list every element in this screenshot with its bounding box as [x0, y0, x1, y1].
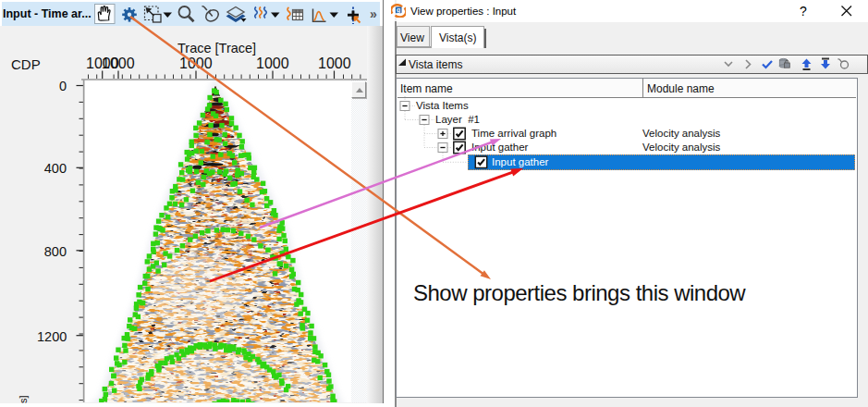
svg-text:g: g [397, 6, 400, 14]
svg-text:»: » [370, 6, 377, 21]
svg-text:s]: s] [18, 395, 29, 403]
